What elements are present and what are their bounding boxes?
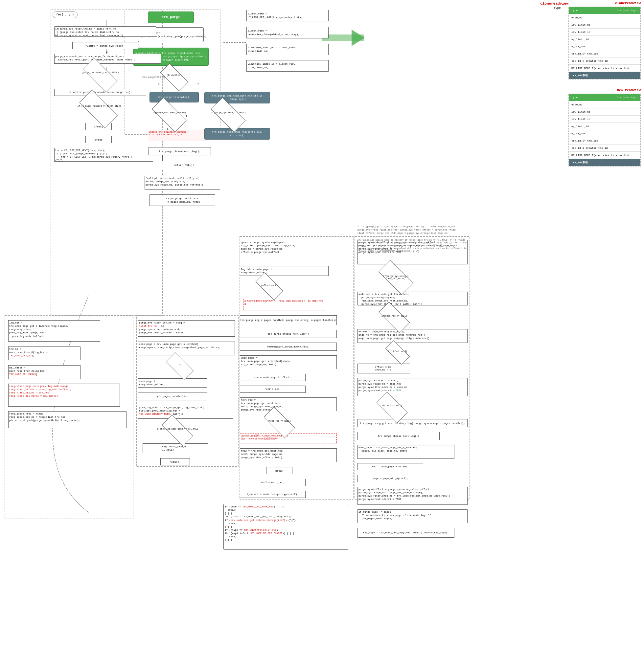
fn-null-label: a prev_log_addr.page == FIL_NULL — [156, 428, 199, 430]
offset-0-node: offset = 0;undo_no = 0; — [357, 364, 410, 373]
undo-rec-null-diamond — [379, 302, 410, 333]
panel-row-low-limit-no-1: low_limit_no — [569, 21, 640, 29]
trx-purge-truncate-node: trx_purge_truncate(); — [149, 92, 199, 103]
log-hdr-2-node: log_hdr = undo_page + rseg->last_offset; — [240, 266, 329, 276]
undo-rec-null-label: if(undo_rec != NULL) — [374, 315, 415, 317]
next-rec-2-node: rec2 = trx_undo_get_next_rec( rec2, purg… — [240, 448, 337, 462]
iter-trx-no-node: purge_sys->iter.trx_no = rseg-> >last_tr… — [138, 320, 235, 337]
next-rec-null-label: (next_rec == NULL) — [260, 420, 299, 423]
get-next-rec-node: trx_purge_get_next_rec( n_pages_handled,… — [149, 195, 215, 206]
panel-row-trx-ids-array-2: trx_ids数组 — [569, 159, 640, 166]
return-null-node: return(NULL); — [153, 161, 215, 169]
rec2-next-node: rec2 = next_rec; — [240, 479, 305, 486]
return-dummy-node: return(&trx_purge_dummy_rec); — [240, 343, 337, 351]
roll-ptr-node: *roll_ptr = trx_undo_build_roll_ptr( FAL… — [145, 176, 220, 189]
rec-node: rec = undo_page + offset; — [240, 374, 305, 381]
panel-row-creator-2: trx_id_1 creator_trx_id — [569, 145, 640, 152]
offset-label: (offset == 0) — [251, 284, 288, 287]
panel-row-view-list-1: UT_LIST_NODE_T(read_view_t) view_list — [569, 65, 640, 72]
oldest-view-2-node: oldest_view = read_view_clone(oldest_vie… — [247, 27, 329, 38]
trx-purge-node: trx_purge — [148, 12, 194, 23]
truncated-label: [truncated] — [161, 74, 187, 87]
f-label-truncate: F — [158, 83, 159, 86]
panel-row-trx-ids-array-1: trx_ids数组 — [569, 72, 640, 79]
limit-set-node: *limit = purge_sys->iter; — [72, 42, 138, 49]
log-hdr-node: log_hdr = trx_undo_page_get_s_latched(rs… — [8, 320, 100, 341]
fetch-next-node: purge_rec->undo_rec = trx_purge_fetch_ne… — [54, 54, 161, 64]
if-undo-rec-label: (purge_rec->undo_rec != NULL) — [80, 71, 121, 74]
offset-0-label: if(offset == 0) — [382, 350, 413, 353]
n-pages-inc-node-2: (*n_pages_handled)++; — [138, 392, 207, 400]
panel-row-n-trx-ids-1: n_trx_ids — [569, 43, 640, 50]
panel-row-type-1: type Trx*(undo.log*) — [569, 7, 640, 14]
rec2-null-diamond — [376, 392, 407, 423]
next-rec-node: next_rec = trx_undo_page_get_next_rec( r… — [240, 398, 337, 411]
del-marks-node: del_marks = mach_read_from_2(log_hdr + T… — [8, 365, 80, 379]
panel-row-low-limit-no-2: low_limit_no — [569, 108, 640, 116]
rseg-last-node: rseg->last_page_no = prev_log_addr->page… — [8, 384, 120, 406]
panel-row-trx-id-t-2: trx_id_t* trx_ids — [569, 137, 640, 145]
clonereadview-header: clonereadview — [615, 2, 641, 5]
clonereadview-title: clonereadview — [540, 2, 568, 5]
choose-rollback-note: Choose the rollback segmentwith the smal… — [148, 130, 207, 141]
purge-sys-offset-2-node: purge_sys->offset = purge_sys->rseg->las… — [357, 487, 468, 505]
choose-next-log-node: trx_purge_choose_next_log(); — [148, 147, 211, 155]
oldest-view-1-node: oldest_view = UT_LIST_GET_LAST(trx_sys->… — [247, 10, 329, 21]
t-label-stored: T — [186, 115, 187, 118]
ib-vector-push-node: ib_vector_push(node->undo_recs, purge_re… — [54, 89, 146, 96]
undo-page-3-node: undo_page = trx_undo_page_get_s_latched(… — [357, 445, 455, 459]
trx-no-node: trx_no = mach_read_from_8(log_hdr + TRX_… — [8, 347, 80, 360]
if-undo-page-node: if (undo_page != page) { /* We advance t… — [357, 509, 468, 523]
low-limit-id-node: view->low_limit_id = oldest_view- >low_l… — [247, 60, 329, 71]
last-offset-node: undo_page + rseg->last_offset; — [138, 378, 207, 388]
rec-copy-node: rec_copy = trx_undo_rec_copy(rec, heap);… — [357, 528, 455, 538]
purge-sys-offset-node: purge_sys->offset = offset; purge_sys->p… — [357, 378, 468, 396]
annotation-neg: 在为啥有负数的位置(约为空？): 空值, 删除 到此结束了？一种 特殊处理完成 — [243, 299, 325, 310]
panel-row-trx-id-t-1: trx_id_t* trx_ids — [569, 50, 640, 57]
break-3-node: break — [266, 467, 292, 474]
next-stored-diamond — [152, 97, 187, 132]
svg-marker-9 — [352, 29, 365, 46]
choose-next-3-node: trx_purge_choose_next_log(); — [357, 432, 439, 440]
rseg-last-page-null-node: rseg->last_page_no = FIL_NULL; — [143, 443, 208, 453]
return-node: return; — [160, 458, 190, 465]
rec-right-node: rec = undo_page + offset; — [357, 463, 423, 470]
f-label-stored: F — [167, 128, 169, 131]
panel-row-creator-1: trx_id_t creator_trx_id — [569, 57, 640, 65]
undo-page-2-node: undo_page = trx_undo_page_get_s_latched(… — [240, 356, 337, 369]
undo-rec-first-node: undo_rec = trx_undo_get_first_rec( purge… — [357, 292, 468, 306]
new-readview-header: New readview — [617, 89, 641, 92]
type-get-node: type = trx_undo_rec_get_type(rec2); — [240, 491, 305, 498]
prev-log-addr-node: prev_log_addr = trx_purge_get_log_from_h… — [138, 405, 233, 419]
page-align-node: page = page_align(rec2); — [357, 475, 423, 482]
type-top-right: type — [554, 6, 561, 10]
thr-node: thr = UT_LIST_GET_NEXT(thrs, thr); if (!… — [54, 148, 163, 162]
read-undo-rec-node: trx_purge_read_undo_rec(purge_sys, zip_s… — [205, 128, 270, 139]
update-undo-annotation: trx_purge_add_update_undo_to_history if … — [357, 239, 469, 253]
if-type-del-node: if (type == TRX_UNDO_DEL_MARK_REC) {'{'}… — [223, 504, 348, 550]
rec2-null-label: if(rec2 == NULL) — [372, 405, 412, 407]
space-zip-node: space = purge_sys->rseg->space; zip_size… — [240, 240, 348, 261]
undo-page-get-node: undo_page = trx_undo_page_get_s_latched(… — [138, 341, 235, 356]
f-label-rseg: F — [209, 128, 211, 131]
if-purge-no-condition: if(purge_sys->iter.trx_no > limit->trx_n… — [54, 26, 156, 37]
offset-calc-node: offset = page_offset(undo_rec); undo_no … — [357, 329, 468, 343]
n-pages-label: if (n_pages_handled >= batch_size) — [76, 105, 122, 107]
new-readview-panel: type Trx*(undo.log*) undo_no low_limit_n… — [568, 94, 641, 166]
panel-row-low-limit-id-2: low_limit_id — [569, 116, 640, 123]
f-label: f — [163, 364, 197, 366]
panel-row-view-list-2: UT_LIST_NODE_T(read_view_t) view_list — [569, 152, 640, 159]
rseg-null-label: if(purge_sys->rseg == NULL) — [206, 112, 251, 114]
panel-row-type-2: type Trx*(undo.log*) — [569, 94, 640, 101]
next-stored-label: if(purge_sys->next_stored) — [148, 112, 190, 114]
fn-null-diamond — [162, 415, 193, 446]
panel-row-up-limit-id-1: up_limit_id — [569, 36, 640, 43]
panel-row-undo-no-2: undo_no — [569, 101, 640, 108]
f-diamond — [166, 352, 194, 380]
panel-row-up-limit-id-2: up_limit_id — [569, 123, 640, 130]
del-marks-label: if(purge_sys->rseg->last_del_marks) — [373, 275, 419, 280]
panel-row-n-trx-ids-2: n_trx_ids — [569, 130, 640, 137]
undo-log-note: 注(undo_log引用ITR_UNDO_PAGE_NODE字节)注出: "no… — [240, 433, 337, 443]
annotation-purge-hdr: 1 . if(purge_sys->ib_bh->page == bh_page… — [357, 225, 469, 235]
rec2-node: rec2 = rec; — [240, 386, 305, 393]
